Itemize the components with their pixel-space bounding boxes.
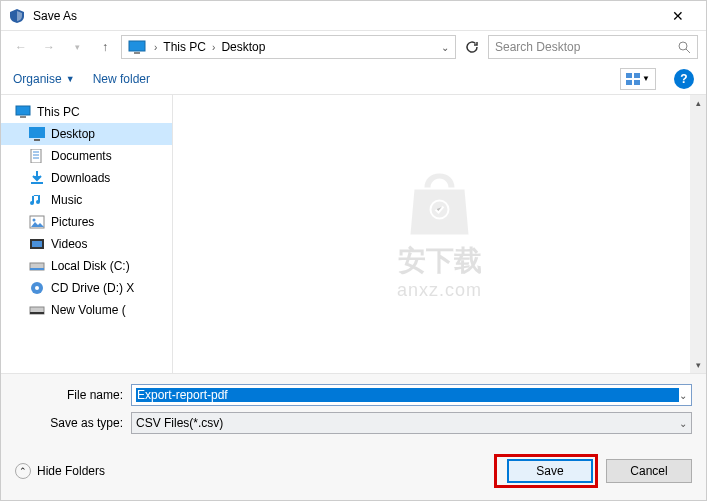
footer: ⌃ Hide Folders Save Cancel bbox=[1, 446, 706, 500]
disk-icon bbox=[29, 303, 45, 317]
scroll-up[interactable]: ▴ bbox=[690, 95, 706, 111]
svg-rect-19 bbox=[32, 241, 42, 247]
scrollbar[interactable]: ▴ ▾ bbox=[690, 95, 706, 373]
tree-item-desktop[interactable]: Desktop bbox=[1, 123, 172, 145]
tree-item-music[interactable]: Music bbox=[1, 189, 172, 211]
chevron-up-icon: ⌃ bbox=[15, 463, 31, 479]
filename-input[interactable]: Export-report-pdf ⌄ bbox=[131, 384, 692, 406]
watermark: 安下载 anxz.com bbox=[397, 168, 482, 301]
svg-line-3 bbox=[686, 49, 690, 53]
svg-rect-11 bbox=[34, 139, 40, 141]
svg-rect-8 bbox=[16, 106, 30, 115]
scroll-down[interactable]: ▾ bbox=[690, 357, 706, 373]
organise-menu[interactable]: Organise ▼ bbox=[13, 72, 75, 86]
recent-dropdown[interactable]: ▾ bbox=[65, 35, 89, 59]
chevron-down-icon[interactable]: ⌄ bbox=[679, 390, 687, 401]
desktop-icon bbox=[29, 127, 45, 141]
svg-rect-10 bbox=[29, 127, 45, 138]
music-icon bbox=[29, 193, 45, 207]
hide-folders-button[interactable]: ⌃ Hide Folders bbox=[15, 463, 105, 479]
svg-rect-25 bbox=[30, 312, 44, 314]
search-icon bbox=[678, 41, 691, 54]
back-button[interactable]: ← bbox=[9, 35, 33, 59]
file-list[interactable]: 安下载 anxz.com ▴ ▾ bbox=[173, 95, 706, 373]
tree-item-cd-drive[interactable]: CD Drive (D:) X bbox=[1, 277, 172, 299]
tree-item-pictures[interactable]: Pictures bbox=[1, 211, 172, 233]
search-input[interactable]: Search Desktop bbox=[488, 35, 698, 59]
svg-rect-6 bbox=[626, 80, 632, 85]
pc-icon bbox=[128, 40, 146, 54]
chevron-right-icon: › bbox=[154, 42, 157, 53]
svg-rect-4 bbox=[626, 73, 632, 78]
svg-rect-9 bbox=[20, 116, 26, 118]
tree-item-local-disk[interactable]: Local Disk (C:) bbox=[1, 255, 172, 277]
window-title: Save As bbox=[33, 9, 658, 23]
tree-item-downloads[interactable]: Downloads bbox=[1, 167, 172, 189]
downloads-icon bbox=[29, 171, 45, 185]
save-button[interactable]: Save bbox=[507, 459, 593, 483]
view-button[interactable]: ▼ bbox=[620, 68, 656, 90]
filetype-label: Save as type: bbox=[15, 416, 131, 430]
close-button[interactable]: ✕ bbox=[658, 8, 698, 24]
svg-rect-12 bbox=[31, 149, 41, 163]
address-bar[interactable]: › This PC › Desktop ⌄ bbox=[121, 35, 456, 59]
videos-icon bbox=[29, 237, 45, 251]
titlebar: Save As ✕ bbox=[1, 1, 706, 31]
toolbar: Organise ▼ New folder ▼ ? bbox=[1, 63, 706, 95]
svg-point-23 bbox=[35, 286, 39, 290]
cd-icon bbox=[29, 281, 45, 295]
nav-row: ← → ▾ ↑ › This PC › Desktop ⌄ Search Des… bbox=[1, 31, 706, 63]
tree-item-documents[interactable]: Documents bbox=[1, 145, 172, 167]
pc-icon bbox=[15, 105, 31, 119]
svg-rect-0 bbox=[129, 41, 145, 51]
chevron-down-icon[interactable]: ⌄ bbox=[679, 418, 687, 429]
up-button[interactable]: ↑ bbox=[93, 35, 117, 59]
navigation-tree[interactable]: This PC Desktop Documents Downloads Musi… bbox=[1, 95, 173, 373]
forward-button[interactable]: → bbox=[37, 35, 61, 59]
svg-point-17 bbox=[33, 219, 36, 222]
svg-rect-1 bbox=[134, 52, 140, 54]
disk-icon bbox=[29, 259, 45, 273]
svg-rect-7 bbox=[634, 80, 640, 85]
chevron-right-icon: › bbox=[212, 42, 215, 53]
app-icon bbox=[9, 8, 25, 24]
chevron-down-icon: ▼ bbox=[66, 74, 75, 84]
svg-point-2 bbox=[679, 42, 687, 50]
filetype-select[interactable]: CSV Files(*.csv) ⌄ bbox=[131, 412, 692, 434]
tree-root-this-pc[interactable]: This PC bbox=[1, 101, 172, 123]
cancel-button[interactable]: Cancel bbox=[606, 459, 692, 483]
pictures-icon bbox=[29, 215, 45, 229]
address-dropdown[interactable]: ⌄ bbox=[441, 42, 449, 53]
breadcrumb-root[interactable]: This PC bbox=[161, 40, 208, 54]
filename-label: File name: bbox=[15, 388, 131, 402]
search-placeholder: Search Desktop bbox=[495, 40, 580, 54]
documents-icon bbox=[29, 149, 45, 163]
tree-item-videos[interactable]: Videos bbox=[1, 233, 172, 255]
refresh-button[interactable] bbox=[460, 35, 484, 59]
help-button[interactable]: ? bbox=[674, 69, 694, 89]
highlight-box: Save bbox=[494, 454, 598, 488]
breadcrumb-current[interactable]: Desktop bbox=[219, 40, 267, 54]
svg-rect-5 bbox=[634, 73, 640, 78]
svg-rect-21 bbox=[30, 268, 44, 270]
save-fields: File name: Export-report-pdf ⌄ Save as t… bbox=[1, 373, 706, 446]
main-area: This PC Desktop Documents Downloads Musi… bbox=[1, 95, 706, 373]
chevron-down-icon: ▼ bbox=[642, 74, 650, 83]
new-folder-button[interactable]: New folder bbox=[93, 72, 150, 86]
tree-item-new-volume[interactable]: New Volume ( bbox=[1, 299, 172, 321]
